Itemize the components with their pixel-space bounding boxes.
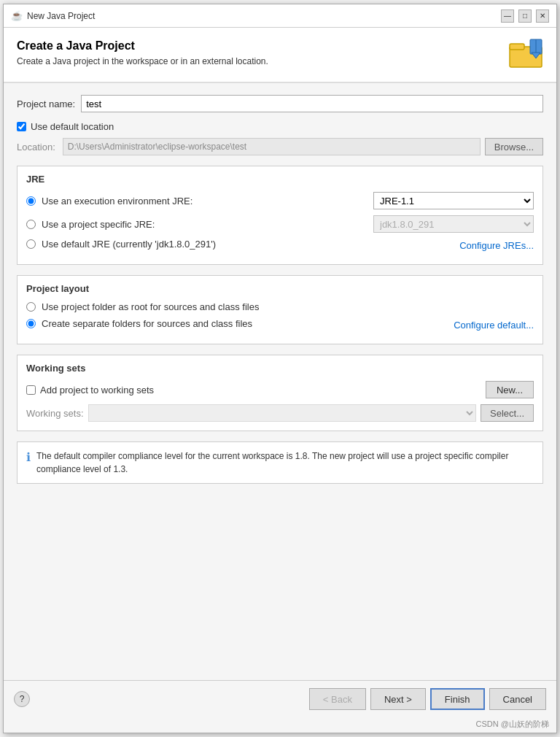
content-area: Project name: Use default location Locat… [4,83,556,680]
jre-option3-row: Use default JRE (currently 'jdk1.8.0_291… [26,239,534,252]
project-layout-title: Project layout [26,283,534,294]
layout-separate-radio[interactable] [26,319,36,328]
location-row: Location: Browse... [17,138,543,155]
title-bar-text: New Java Project [27,11,95,21]
minimize-button[interactable]: — [501,9,514,23]
dialog-footer: ? < Back Next > Finish Cancel [4,680,556,717]
project-name-row: Project name: [17,95,543,112]
default-location-checkbox[interactable] [17,122,26,131]
info-icon: ℹ [26,450,31,464]
jre-execution-env-select[interactable]: JRE-1.1 [373,192,534,209]
jre-default-radio[interactable] [26,239,36,249]
browse-button[interactable]: Browse... [485,138,543,155]
java-project-icon: ☕ [11,10,23,22]
configure-jres-link[interactable]: Configure JREs... [459,240,534,251]
header-section: Create a Java Project Create a Java proj… [4,28,556,83]
new-working-set-button[interactable]: New... [486,381,534,398]
title-bar-controls: — □ ✕ [501,9,549,23]
working-sets-section: Working sets Add project to working sets… [17,355,543,431]
jre-project-specific-radio[interactable] [26,220,36,229]
help-button[interactable]: ? [14,691,30,707]
add-to-working-sets-checkbox[interactable] [26,385,36,395]
location-input [63,138,481,155]
jre-section: JRE Use an execution environment JRE: JR… [17,166,543,265]
default-location-row: Use default location [17,121,543,132]
title-bar-left: ☕ New Java Project [11,10,95,22]
wizard-title: Create a Java Project [17,39,268,53]
svg-rect-1 [510,44,524,50]
jre-option2-label: Use a project specific JRE: [42,219,155,230]
jre-option2-row: Use a project specific JRE: jdk1.8.0_291 [26,215,534,233]
new-java-project-dialog: ☕ New Java Project — □ ✕ Create a Java P… [3,4,557,733]
working-sets-input-row: Working sets: Select... [26,404,534,422]
next-button[interactable]: Next > [370,688,426,710]
close-button[interactable]: ✕ [536,9,549,23]
select-working-sets-button[interactable]: Select... [481,404,534,422]
jre-section-title: JRE [26,174,534,185]
info-text: The default compiler compliance level fo… [36,449,534,476]
title-bar: ☕ New Java Project — □ ✕ [4,4,556,28]
jre-project-specific-select[interactable]: jdk1.8.0_291 [373,215,534,233]
project-name-label: Project name: [17,99,75,109]
working-sets-combo [88,404,477,422]
finish-button[interactable]: Finish [430,688,485,710]
location-label: Location: [17,142,55,153]
wizard-description: Create a Java project in the workspace o… [17,56,268,66]
add-to-working-sets-label: Add project to working sets [40,385,154,395]
project-layout-section: Project layout Use project folder as roo… [17,275,543,344]
layout-root-radio[interactable] [26,302,36,312]
layout-option2-row: Create separate folders for sources and … [26,318,534,332]
jre-option1-label: Use an execution environment JRE: [42,196,192,207]
info-box: ℹ The default compiler compliance level … [17,441,543,484]
jre-execution-env-radio[interactable] [26,196,36,206]
working-sets-field-label: Working sets: [26,408,84,419]
working-sets-title: Working sets [26,363,534,374]
watermark: CSDN @山妖的阶梯 [4,717,556,733]
header-text: Create a Java Project Create a Java proj… [17,39,268,66]
back-button[interactable]: < Back [309,688,366,710]
cancel-button[interactable]: Cancel [489,688,546,710]
maximize-button[interactable]: □ [518,9,532,23]
jre-option1-row: Use an execution environment JRE: JRE-1.… [26,192,534,209]
layout-option1-row: Use project folder as root for sources a… [26,301,534,312]
working-sets-checkbox-row: Add project to working sets New... [26,381,534,398]
layout-option1-label: Use project folder as root for sources a… [42,301,259,312]
project-name-input[interactable] [81,95,543,112]
default-location-label: Use default location [31,121,114,132]
folder-icon [508,36,543,72]
configure-default-link[interactable]: Configure default... [454,320,534,331]
layout-option2-label: Create separate folders for sources and … [42,318,252,329]
jre-option3-label: Use default JRE (currently 'jdk1.8.0_291… [42,239,216,250]
